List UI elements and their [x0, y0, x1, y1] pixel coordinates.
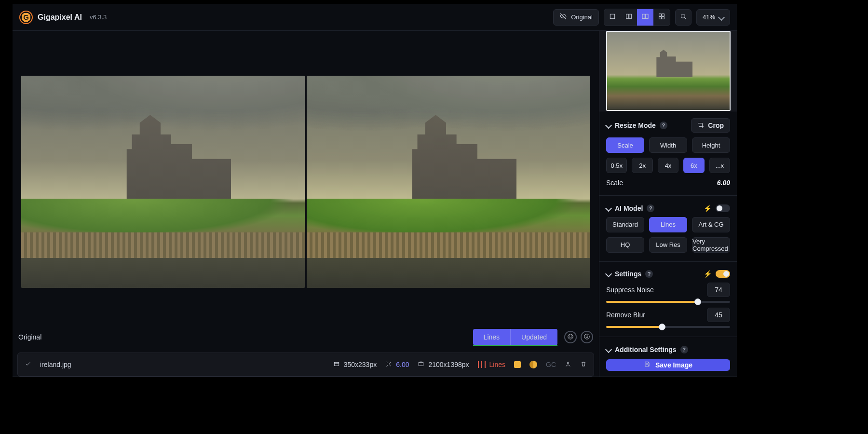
gc-chip: GC	[546, 361, 556, 368]
lines-icon	[478, 361, 486, 368]
svg-point-15	[587, 336, 588, 336]
delete-file-button[interactable]	[580, 361, 587, 369]
crop-label: Crop	[708, 122, 724, 129]
help-icon[interactable]: ?	[647, 204, 654, 212]
app-version: v6.3.3	[90, 14, 107, 21]
check-icon	[25, 361, 31, 369]
compare-footer: Original Lines Updated	[13, 326, 599, 349]
dimensions-icon	[333, 361, 340, 369]
color-chip[interactable]	[529, 361, 537, 368]
svg-point-13	[584, 334, 590, 339]
model-auto-toggle[interactable]	[716, 204, 730, 212]
view-grid-icon	[658, 13, 665, 22]
scale-2x[interactable]: 2x	[632, 158, 652, 173]
help-icon[interactable]: ?	[645, 270, 653, 278]
save-label: Save Image	[655, 361, 692, 369]
gc-label: GC	[546, 361, 556, 368]
navigator-thumbnail[interactable]	[599, 31, 737, 111]
app-logo-icon: G	[19, 11, 33, 24]
bolt-icon: ⚡	[704, 270, 712, 278]
compare-left-label: Original	[18, 333, 41, 341]
preview-original[interactable]	[21, 76, 305, 288]
chevron-down-icon[interactable]	[605, 122, 612, 129]
crop-button[interactable]: Crop	[691, 118, 730, 133]
scale-0_5x[interactable]: 0.5x	[606, 158, 627, 173]
original-toggle-button[interactable]: Original	[553, 9, 599, 26]
result-pill[interactable]: Lines Updated	[473, 329, 557, 345]
resize-title: Resize Mode	[615, 122, 656, 129]
svg-rect-8	[662, 17, 665, 19]
resize-tab-height[interactable]: Height	[692, 137, 730, 153]
chevron-down-icon[interactable]	[605, 205, 612, 212]
noise-value-box[interactable]: 74	[707, 283, 730, 297]
crop-icon	[697, 122, 704, 130]
preview-enhanced[interactable]	[307, 76, 590, 288]
help-icon[interactable]: ?	[660, 122, 667, 129]
compare-container	[21, 76, 590, 288]
svg-rect-7	[659, 17, 662, 19]
settings-auto-toggle[interactable]	[716, 270, 730, 278]
model-standard[interactable]: Standard	[606, 217, 644, 232]
zoom-tool-button[interactable]	[675, 9, 692, 26]
view-grid-button[interactable]	[653, 9, 670, 26]
feedback-good-button[interactable]	[564, 331, 577, 343]
blur-slider[interactable]	[606, 326, 730, 328]
scale-value: 6.00	[717, 179, 730, 187]
zoom-value: 41%	[703, 14, 715, 21]
original-toggle-label: Original	[571, 14, 593, 21]
scale-label: Scale	[606, 179, 623, 187]
result-status-label: Updated	[521, 333, 547, 341]
model-hq[interactable]: HQ	[606, 237, 644, 253]
scale-6x[interactable]: 6x	[683, 158, 704, 173]
resize-section: Resize Mode ? Crop Scale Width Height 0.…	[599, 113, 737, 191]
svg-point-12	[571, 336, 571, 336]
brand: G Gigapixel AI v6.3.3	[19, 11, 107, 24]
person-icon	[565, 361, 571, 369]
svg-rect-2	[629, 14, 632, 18]
save-image-button[interactable]: Save Image	[606, 359, 730, 371]
model-lines[interactable]: Lines	[649, 217, 687, 232]
view-single-button[interactable]	[604, 9, 621, 26]
feedback-bad-button[interactable]	[581, 331, 593, 343]
smile-icon	[567, 333, 574, 341]
resize-tab-scale[interactable]: Scale	[606, 137, 644, 153]
blur-value-box[interactable]: 45	[707, 308, 730, 322]
svg-rect-6	[662, 14, 665, 16]
eye-off-icon	[559, 13, 567, 22]
zoom-dropdown[interactable]: 41%	[696, 9, 730, 26]
model-title: AI Model	[615, 204, 643, 212]
chevron-down-icon[interactable]	[605, 346, 612, 353]
main: Original Lines Updated	[13, 31, 737, 377]
model-lowres[interactable]: Low Res	[649, 237, 687, 253]
model-readout-value: Lines	[489, 361, 505, 368]
face-chip	[565, 361, 571, 369]
scale-4x[interactable]: 4x	[658, 158, 678, 173]
svg-rect-0	[610, 14, 614, 18]
app-title: Gigapixel AI	[38, 13, 82, 22]
format-icon	[514, 361, 521, 368]
noise-slider[interactable]	[606, 301, 730, 303]
source-dims: 350x233px	[333, 361, 377, 369]
file-row[interactable]: ireland.jpg 350x233px 6.00 2100x1398px L…	[17, 353, 594, 377]
model-verycompressed[interactable]: Very Compressed	[692, 237, 730, 253]
view-single-icon	[609, 13, 616, 22]
svg-rect-5	[659, 14, 662, 16]
contrast-icon	[529, 361, 537, 368]
blur-label: Remove Blur	[606, 311, 702, 319]
scale-factors: 0.5x 2x 4x 6x ...x	[606, 158, 730, 173]
scale-custom[interactable]: ...x	[709, 158, 730, 173]
resize-tab-width[interactable]: Width	[649, 137, 687, 153]
preview-area[interactable]	[13, 31, 599, 326]
format-chip[interactable]	[514, 361, 521, 368]
help-icon[interactable]: ?	[680, 346, 688, 353]
additional-section: Additional Settings ?	[599, 341, 737, 353]
chevron-down-icon[interactable]	[605, 271, 612, 277]
chevron-down-icon	[718, 14, 725, 20]
additional-title: Additional Settings	[615, 346, 677, 353]
svg-rect-3	[642, 14, 645, 18]
view-mode-group	[604, 9, 670, 26]
model-artcg[interactable]: Art & CG	[692, 217, 730, 232]
settings-title: Settings	[615, 270, 641, 278]
view-compare-button[interactable]	[637, 9, 653, 26]
view-split-button[interactable]	[621, 9, 637, 26]
